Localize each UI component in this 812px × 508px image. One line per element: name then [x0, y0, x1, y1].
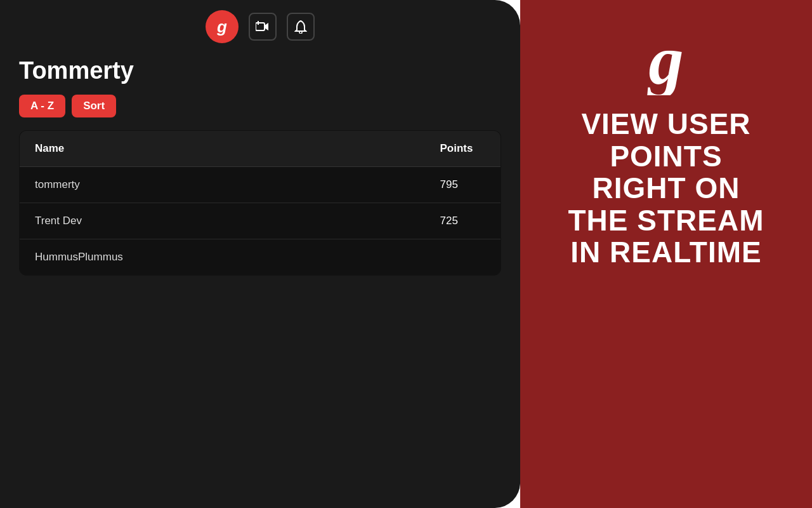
- brand-logo: g: [628, 19, 704, 95]
- az-sort-button[interactable]: A - Z: [19, 95, 65, 117]
- tagline: VIEW USER POINTS RIGHT ON THE STREAM IN …: [568, 108, 764, 269]
- sort-buttons: A - Z Sort: [19, 95, 501, 117]
- top-bar: g: [0, 0, 520, 53]
- left-panel: g Tommerty A - Z Sort N: [0, 0, 520, 508]
- content-area: Tommerty A - Z Sort Name Points tommerty…: [19, 57, 501, 489]
- channel-title: Tommerty: [19, 57, 501, 84]
- row-points: 725: [425, 203, 501, 239]
- table-row: Trent Dev725: [20, 203, 501, 239]
- svg-rect-0: [256, 23, 265, 30]
- notifications-button[interactable]: [287, 13, 315, 41]
- table-header-row: Name Points: [20, 131, 501, 167]
- right-panel: g VIEW USER POINTS RIGHT ON THE STREAM I…: [520, 0, 812, 508]
- table-row: tommerty795: [20, 167, 501, 203]
- sort-button[interactable]: Sort: [72, 95, 116, 117]
- add-video-button[interactable]: [249, 13, 277, 41]
- row-name: HummusPlummus: [20, 239, 425, 276]
- svg-text:g: g: [646, 21, 683, 95]
- row-name: Trent Dev: [20, 203, 425, 239]
- row-name: tommerty: [20, 167, 425, 203]
- svg-point-4: [299, 31, 302, 34]
- col-name-header: Name: [20, 131, 425, 167]
- table-row: HummusPlummus: [20, 239, 501, 276]
- col-points-header: Points: [425, 131, 501, 167]
- avatar[interactable]: g: [206, 10, 239, 43]
- row-points: [425, 239, 501, 276]
- row-points: 795: [425, 167, 501, 203]
- points-table: Name Points tommerty795Trent Dev725Hummu…: [19, 130, 501, 276]
